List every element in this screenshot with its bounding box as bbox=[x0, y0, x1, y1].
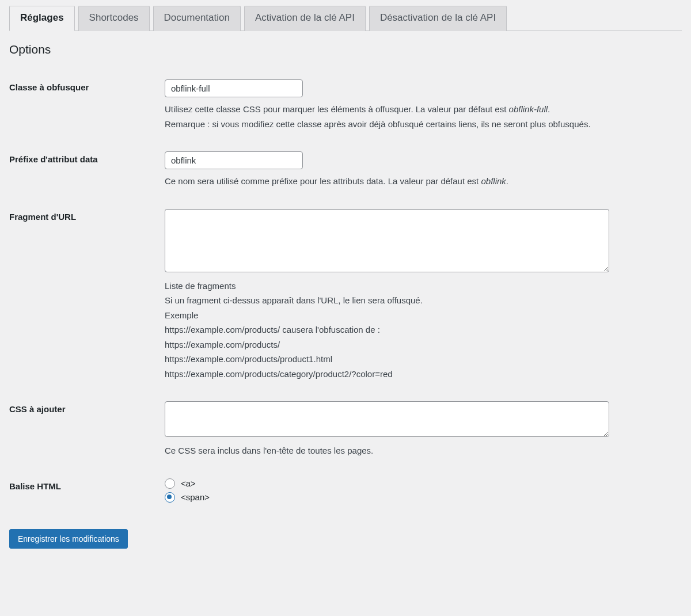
radio-html-tag-a[interactable] bbox=[165, 478, 175, 489]
radio-html-tag-span[interactable] bbox=[165, 492, 175, 503]
label-class-obfuscate: Classe à obfusquer bbox=[9, 71, 165, 143]
tab-desactivation-api[interactable]: Désactivation de la clé API bbox=[369, 6, 507, 31]
tab-activation-api[interactable]: Activation de la clé API bbox=[244, 6, 366, 31]
tab-reglages[interactable]: Réglages bbox=[9, 6, 75, 31]
save-button[interactable]: Enregistrer les modifications bbox=[9, 529, 128, 549]
textarea-css-add[interactable] bbox=[165, 401, 609, 437]
desc-css-add: Ce CSS sera inclus dans l'en-tête de tou… bbox=[165, 443, 676, 458]
label-data-prefix: Préfixe d'attribut data bbox=[9, 143, 165, 200]
radio-label-span: <span> bbox=[181, 492, 210, 502]
label-url-fragment: Fragment d'URL bbox=[9, 200, 165, 393]
input-class-obfuscate[interactable] bbox=[165, 79, 303, 97]
desc-data-prefix: Ce nom sera utilisé comme préfixe pour l… bbox=[165, 174, 676, 189]
tab-bar: Réglages Shortcodes Documentation Activa… bbox=[9, 6, 682, 31]
desc-url-fragment: Liste de fragments Si un fragment ci-des… bbox=[165, 279, 676, 382]
options-form-table: Classe à obfusquer Utilisez cette classe… bbox=[9, 71, 682, 518]
label-html-tag: Balise HTML bbox=[9, 470, 165, 518]
section-title: Options bbox=[9, 43, 682, 56]
desc-class-obfuscate: Utilisez cette classe CSS pour marquer l… bbox=[165, 102, 676, 131]
tab-documentation[interactable]: Documentation bbox=[153, 6, 241, 31]
input-data-prefix[interactable] bbox=[165, 151, 303, 169]
label-css-add: CSS à ajouter bbox=[9, 393, 165, 470]
textarea-url-fragment[interactable] bbox=[165, 209, 609, 272]
tab-shortcodes[interactable]: Shortcodes bbox=[78, 6, 150, 31]
radio-label-a: <a> bbox=[181, 478, 196, 488]
